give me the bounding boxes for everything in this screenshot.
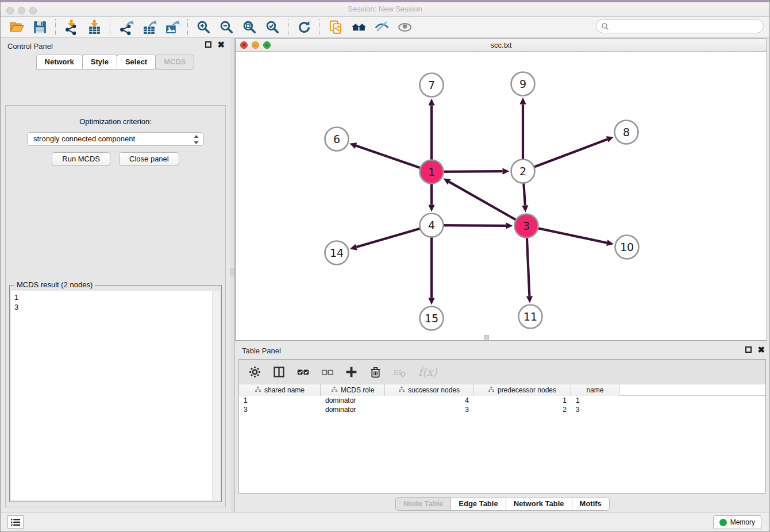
home-button[interactable] (347, 18, 370, 36)
mcds-result-title: MCDS result (2 nodes) (14, 280, 95, 289)
show-all-button[interactable] (393, 18, 416, 36)
control-panel-tabs: NetworkStyleSelectMCDS (1, 55, 230, 70)
window-maximize-button[interactable] (29, 7, 37, 14)
column-header-shared-name[interactable]: shared name (239, 384, 321, 396)
mcds-result-textarea[interactable]: 1 3 (11, 291, 220, 500)
hide-selected-button[interactable] (370, 18, 393, 36)
import-table-button[interactable] (83, 18, 106, 36)
export-table-button[interactable] (137, 18, 160, 36)
network-canvas[interactable]: 7968124314101511 (236, 52, 767, 340)
tab-motifs[interactable]: Motifs (572, 497, 610, 511)
search-box[interactable] (596, 19, 764, 33)
import-network-button[interactable] (60, 18, 83, 36)
edge-arrowhead (606, 240, 614, 246)
window-minimize-button[interactable] (18, 7, 25, 14)
memory-button[interactable]: Memory (713, 515, 761, 529)
tab-network-table[interactable]: Network Table (506, 497, 572, 511)
float-table-panel-icon[interactable] (745, 346, 752, 353)
cell[interactable]: 4 (385, 396, 473, 405)
panel-splitter[interactable] (230, 38, 235, 513)
open-session-button[interactable] (5, 18, 28, 36)
column-header-predecessor-nodes[interactable]: predecessor nodes (473, 384, 571, 396)
float-panel-icon[interactable] (205, 41, 211, 48)
zoom-selected-button[interactable] (261, 18, 284, 36)
search-input[interactable] (611, 21, 763, 32)
close-table-panel-icon[interactable]: ✖ (757, 346, 765, 353)
cell[interactable]: 2 (473, 405, 571, 414)
canvas-resize-handle[interactable] (484, 335, 489, 340)
tab-edge-table[interactable]: Edge Table (451, 497, 506, 511)
edge-arrowhead (350, 244, 357, 250)
tab-mcds[interactable]: MCDS (155, 55, 194, 70)
edge-arrowhead (522, 205, 528, 212)
frame-minimize-button[interactable]: − (252, 41, 259, 49)
export-image-button[interactable] (160, 18, 183, 36)
optimization-criterion-select[interactable]: strongly connected component (27, 132, 204, 146)
cell[interactable]: 3 (239, 405, 321, 414)
node-label-14: 14 (330, 246, 344, 259)
edge-arrowhead (503, 168, 510, 175)
show-columns-icon[interactable] (297, 365, 310, 379)
cell[interactable]: 1 (473, 396, 571, 405)
gear-icon[interactable] (248, 365, 261, 379)
delete-table-icon (393, 365, 406, 379)
cell[interactable]: dominator (321, 405, 385, 414)
hide-columns-icon[interactable] (321, 365, 334, 379)
close-panel-icon[interactable]: ✖ (217, 41, 225, 48)
column-header-name[interactable]: name (571, 384, 619, 396)
node-label-11: 11 (523, 310, 537, 323)
export-network-button[interactable] (114, 18, 137, 36)
zoom-in-button[interactable] (192, 18, 215, 36)
node-label-15: 15 (425, 312, 438, 325)
table-row-1[interactable]: 1dominator411 (239, 396, 765, 405)
network-view-titlebar[interactable]: × − + scc.txt (236, 39, 767, 52)
chevron-updown-icon (193, 134, 199, 149)
cell[interactable]: dominator (321, 396, 385, 405)
save-session-button[interactable] (28, 18, 51, 36)
frame-maximize-button[interactable]: + (263, 41, 271, 49)
edge-3-1[interactable] (449, 182, 526, 226)
zoom-fit-button[interactable] (238, 18, 261, 36)
column-type-icon (331, 386, 338, 395)
new-network-from-selection-button[interactable] (324, 18, 347, 36)
tab-network[interactable]: Network (36, 55, 83, 70)
delete-column-icon[interactable] (369, 365, 382, 379)
frame-close-button[interactable]: × (240, 41, 248, 49)
apply-layout-button[interactable] (292, 18, 315, 36)
tab-select[interactable]: Select (117, 55, 156, 70)
close-panel-button[interactable]: Close panel (119, 152, 179, 166)
edge-arrowhead (506, 222, 513, 229)
edge-arrowhead (519, 98, 526, 105)
tab-style[interactable]: Style (82, 55, 117, 70)
network-view-window: × − + scc.txt 7968124314101511 (235, 38, 767, 341)
table-row-2[interactable]: 3dominator323 (239, 405, 765, 414)
main-toolbar (1, 17, 769, 38)
add-column-icon[interactable] (345, 365, 358, 379)
zoom-out-button[interactable] (215, 18, 238, 36)
cell[interactable]: 1 (571, 396, 619, 405)
toolbar-separator (55, 19, 56, 35)
control-panel-title: Control Panel (7, 42, 53, 51)
cell[interactable]: 3 (571, 405, 619, 414)
edge-arrowhead (349, 142, 357, 149)
tab-node-table[interactable]: Node Table (395, 497, 451, 511)
cell[interactable]: 1 (239, 396, 321, 405)
mcds-panel: Optimization criterion: strongly connect… (5, 105, 226, 507)
edge-arrowhead (428, 205, 434, 212)
control-panel-header: Control Panel ✖ (1, 38, 230, 54)
edge-2-8[interactable] (523, 140, 607, 172)
node-label-8: 8 (623, 126, 630, 138)
result-scrollbar[interactable] (212, 291, 220, 500)
column-header-successor-nodes[interactable]: successor nodes (385, 384, 473, 396)
splitter-handle[interactable] (230, 268, 234, 276)
selected-option: strongly connected component (33, 134, 135, 143)
cell[interactable]: 3 (385, 405, 473, 414)
column-header-MCDS-role[interactable]: MCDS role (321, 384, 385, 396)
svg-text:f(x): f(x) (418, 365, 438, 378)
run-mcds-button[interactable]: Run MCDS (52, 152, 110, 166)
window-controls (6, 7, 37, 14)
split-columns-icon[interactable] (272, 365, 286, 379)
window-close-button[interactable] (6, 7, 14, 14)
column-type-icon (255, 386, 261, 395)
status-menu-button[interactable] (7, 515, 24, 529)
